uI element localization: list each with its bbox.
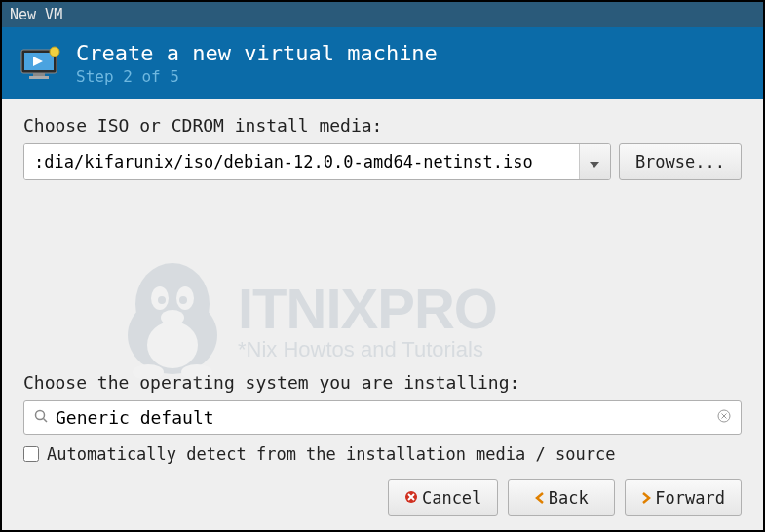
- svg-marker-6: [590, 162, 599, 168]
- window-title: New VM: [10, 6, 62, 23]
- os-input[interactable]: [56, 407, 709, 428]
- titlebar: New VM: [2, 2, 763, 27]
- wizard-footer: Cancel Back Forward: [23, 479, 742, 516]
- wizard-title: Create a new virtual machine: [76, 41, 438, 65]
- svg-point-5: [50, 47, 59, 57]
- svg-rect-4: [29, 76, 49, 79]
- os-label: Choose the operating system you are inst…: [23, 372, 742, 393]
- svg-point-17: [36, 411, 45, 420]
- wizard-header: Create a new virtual machine Step 2 of 5: [2, 27, 763, 99]
- iso-combo[interactable]: [23, 143, 611, 180]
- cancel-icon: [404, 488, 418, 508]
- back-label: Back: [549, 488, 589, 508]
- browse-button[interactable]: Browse...: [619, 143, 742, 180]
- header-text: Create a new virtual machine Step 2 of 5: [76, 41, 438, 86]
- cancel-label: Cancel: [422, 488, 481, 508]
- clear-icon[interactable]: [717, 408, 731, 427]
- cancel-button[interactable]: Cancel: [388, 479, 498, 516]
- os-search-field[interactable]: [23, 400, 742, 435]
- iso-combo-arrow[interactable]: [579, 144, 610, 179]
- chevron-down-icon: [590, 153, 599, 171]
- iso-row: Browse...: [23, 143, 742, 180]
- iso-label: Choose ISO or CDROM install media:: [23, 115, 742, 135]
- svg-rect-3: [33, 73, 45, 76]
- monitor-icon: [19, 46, 62, 81]
- svg-line-18: [44, 419, 48, 423]
- wizard-content: Choose ISO or CDROM install media: Brows…: [2, 99, 763, 530]
- iso-path-input[interactable]: [24, 144, 579, 179]
- forward-label: Forward: [655, 488, 725, 508]
- autodetect-row[interactable]: Automatically detect from the installati…: [23, 444, 742, 464]
- back-button[interactable]: Back: [508, 479, 615, 516]
- chevron-right-icon: [641, 488, 651, 508]
- chevron-left-icon: [535, 488, 545, 508]
- autodetect-label: Automatically detect from the installati…: [47, 444, 615, 464]
- new-vm-window: New VM Create a new virtual machine Step…: [0, 0, 765, 532]
- wizard-step: Step 2 of 5: [76, 67, 438, 86]
- forward-button[interactable]: Forward: [625, 479, 742, 516]
- autodetect-checkbox[interactable]: [23, 446, 39, 462]
- search-icon: [34, 408, 48, 427]
